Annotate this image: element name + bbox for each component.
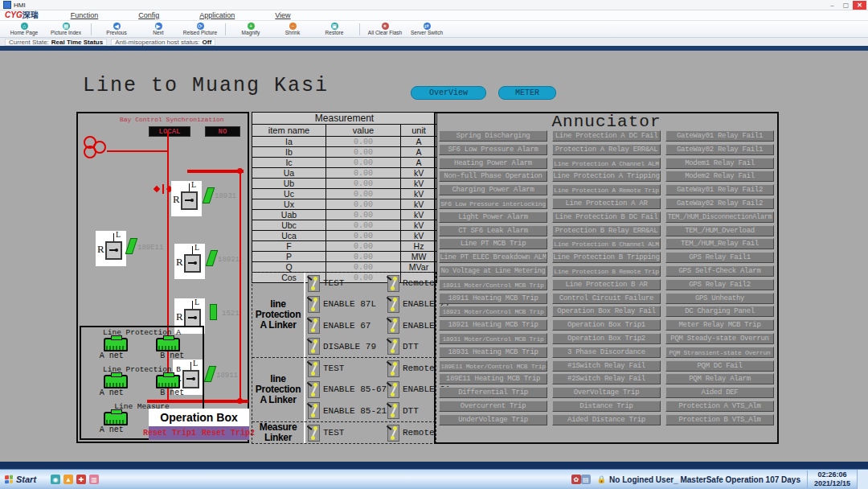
linker-switch-icon[interactable]	[387, 381, 399, 398]
bus-line	[187, 170, 244, 173]
annunciator-tile: Protection B VTS_Alm	[665, 414, 774, 425]
device-label-1521: 1521	[222, 310, 240, 318]
toolbar-restore[interactable]: ▣Restore	[313, 21, 355, 37]
toolbar-all-clear-flash[interactable]: ✶All Clear Flash	[364, 21, 406, 37]
overview-button[interactable]: OverView	[411, 86, 486, 100]
device-label-189E11: 189E11	[137, 244, 163, 252]
toolbar: ⌂Home Page▦Picture Index◀Previous▶Next⟳R…	[0, 21, 868, 38]
measurement-row: Ib0.00A	[252, 147, 437, 158]
desktop-strip	[0, 462, 868, 469]
annunciator-tile: 18921 Heating MCB Trip	[439, 319, 547, 331]
start-button[interactable]: Start	[0, 470, 44, 489]
disconnector-18931[interactable]	[203, 187, 215, 203]
linker-switch-icon[interactable]	[387, 275, 399, 292]
linker-switch-icon[interactable]	[308, 296, 320, 313]
linker-switch-icon[interactable]	[308, 317, 320, 334]
reset-trip-button[interactable]: Reset Trip2	[202, 429, 255, 438]
close-button[interactable]: ✕	[853, 1, 866, 10]
breaker-control-18931[interactable]: LR	[171, 181, 202, 216]
linker-switch-icon[interactable]	[308, 360, 320, 377]
item-name: Ux	[252, 199, 326, 210]
linker-switch-icon[interactable]	[387, 338, 399, 355]
maximize-button[interactable]: ▢	[839, 1, 853, 10]
disconnector-189E11[interactable]	[125, 238, 137, 254]
item-unit: kV	[401, 210, 437, 220]
toolbar-previous[interactable]: ◀Previous	[96, 21, 137, 37]
linker-switch-icon[interactable]	[308, 275, 320, 292]
linker-switch-icon[interactable]	[308, 381, 320, 398]
toolbar-relsed-picture[interactable]: ⟳Relsed Picture	[179, 21, 221, 37]
reset-trip-button[interactable]: Reset Trip1	[143, 429, 196, 438]
annunciator-tile: 18931 Heating MCB Trip	[439, 347, 547, 358]
disconnector-18911[interactable]	[204, 366, 216, 382]
annunciator-tile: Aided Distance Trip	[552, 414, 661, 425]
measurement-header-row: item namevalueunit	[252, 125, 437, 137]
toolbar-label: Previous	[106, 30, 126, 36]
breaker-control-189E11[interactable]: LR	[96, 231, 126, 266]
linker-switch-icon[interactable]	[308, 402, 320, 419]
linker-switch-icon[interactable]	[387, 360, 399, 377]
network-tray-icon[interactable]: ▤	[581, 475, 591, 484]
annunciator-tile: TEM_/HUM_Overload	[665, 225, 774, 236]
update-tray-icon[interactable]: ✿	[571, 475, 581, 484]
toolbar-home-page[interactable]: ⌂Home Page	[3, 21, 45, 37]
home-icon: ⌂	[21, 23, 28, 30]
linker-switch-icon[interactable]	[387, 425, 399, 442]
linker-label: TEST	[323, 428, 344, 438]
item-unit: kV	[401, 189, 437, 199]
menu-item-application[interactable]: Application	[199, 11, 235, 19]
annunciator-tile: Operation Box Relay Fail	[552, 306, 661, 317]
current-state: Current State:Real Time Status	[5, 39, 107, 46]
alarm-tray-icon[interactable]: ▲	[63, 475, 73, 484]
menu-item-config[interactable]: Config	[138, 11, 159, 19]
linker-switch-icon[interactable]	[387, 317, 399, 334]
annunciator-tile: Heating Power Alarm	[439, 158, 547, 169]
menu-item-function[interactable]: Function	[71, 11, 99, 19]
minimize-button[interactable]: –	[825, 1, 839, 10]
annunciator-tile: #1Switch Relay Fail	[552, 360, 661, 372]
annunciator-tile: Spring Discharging	[439, 130, 547, 142]
login-status: 🔒 No Logined User_ MasterSafe Operation …	[597, 475, 800, 484]
show-desktop-button[interactable]	[857, 470, 868, 489]
net-port-label: A net	[100, 425, 124, 434]
toolbar-magnify[interactable]: +Magnify	[230, 21, 272, 37]
toolbar-next[interactable]: ▶Next	[137, 21, 179, 37]
annunciator-tile: Operation Box Trip1	[552, 319, 661, 331]
net-port-label: A net	[100, 388, 124, 397]
annunciator-tile: GPS Self-Check Alarm	[665, 265, 774, 277]
app-tray-icon[interactable]: ▥	[89, 475, 99, 484]
meter-button[interactable]: METER	[498, 86, 556, 100]
rj45-icon	[104, 412, 128, 425]
item-unit: Hz	[401, 241, 437, 252]
menu-item-view[interactable]: View	[275, 11, 290, 19]
toolbar-server-switch[interactable]: ⇄Server Switch	[406, 21, 448, 37]
arrester-icon	[162, 184, 164, 194]
toolbar-shrink[interactable]: −Shrink	[272, 21, 313, 37]
linker-label: ENABLE 85-21	[323, 406, 387, 416]
status-row: Current State:Real Time Status Anti-miso…	[0, 38, 868, 46]
disconnector-1521[interactable]	[210, 304, 217, 320]
annunciator-tile: 3 Phase Discordance	[552, 347, 661, 358]
quick-launch-tray: ◉ ▲ ✚ ▥	[51, 475, 99, 484]
linker-switch-icon[interactable]	[387, 296, 399, 313]
magnify-icon: +	[248, 23, 255, 30]
item-unit: kV	[401, 199, 437, 210]
toolbar-picture-index[interactable]: ▦Picture Index	[45, 21, 87, 37]
linker-label: Remote	[403, 428, 435, 438]
linker-label: TEST	[323, 364, 344, 373]
monitor-tray-icon[interactable]: ◉	[51, 475, 60, 484]
disconnector-18921[interactable]	[206, 250, 218, 266]
annunciator-tile: Line PT MCB Trip	[439, 238, 547, 249]
taskbar-clock[interactable]: 02:26:06 2021/12/15	[807, 471, 857, 488]
linker-switch-icon[interactable]	[387, 402, 399, 419]
all-clear-flash-icon: ✶	[382, 23, 389, 30]
linker-switch-icon[interactable]	[308, 425, 320, 442]
linker-row: TESTRemote	[305, 360, 450, 377]
shrink-icon: −	[289, 23, 297, 30]
linker-switch-icon[interactable]	[308, 338, 320, 355]
breaker-control-18921[interactable]: LR	[174, 244, 205, 279]
shield-tray-icon[interactable]: ✚	[76, 475, 86, 484]
net-port-label: A net	[100, 351, 124, 360]
annunciator-tile: Non-full Phase Operation	[439, 171, 547, 182]
toolbar-label: Server Switch	[411, 30, 443, 36]
